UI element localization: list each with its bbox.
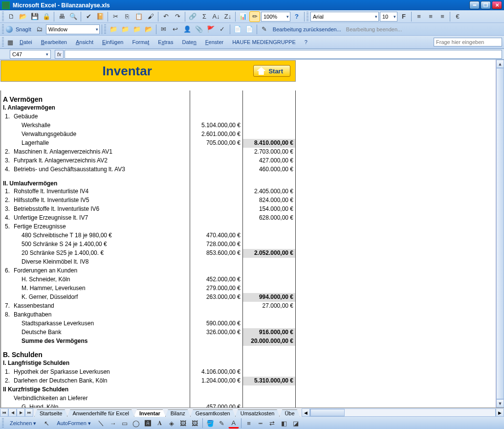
menu-datei[interactable]: Datei [16, 38, 36, 46]
drawing-icon[interactable]: ✏ [249, 11, 260, 22]
wordart-icon[interactable]: 𝐀 [154, 418, 165, 429]
open-icon[interactable]: 📂 [18, 11, 28, 22]
toolbar-grip[interactable] [307, 12, 308, 22]
doc1-icon[interactable]: 📄 [232, 24, 243, 35]
toolbar-grip[interactable] [104, 24, 106, 34]
currency-icon[interactable]: € [452, 11, 463, 22]
font-dropdown[interactable]: Arial [310, 12, 379, 22]
oval-icon[interactable]: ◯ [131, 418, 142, 429]
flag-icon[interactable]: 🚩 [205, 24, 216, 35]
font-color-icon[interactable]: A [228, 418, 239, 429]
line-color-icon[interactable]: ✎ [217, 418, 227, 429]
menu-einfuegen[interactable]: Einfügen [98, 38, 127, 46]
zoom-dropdown[interactable]: 100% [261, 12, 290, 22]
menu-haufe[interactable]: HAUFE MEDIENGRUPPE [228, 38, 300, 46]
scroll-down-icon[interactable]: ▼ [496, 399, 504, 407]
autoshapes-menu[interactable]: AutoFormen ▾ [53, 419, 95, 428]
toolbar-grip[interactable] [2, 12, 4, 22]
tab-nav-prev[interactable]: ◀ [8, 408, 17, 417]
scroll-right-icon[interactable]: ▶ [496, 408, 504, 417]
textbox-icon[interactable]: 🅰 [143, 418, 153, 429]
font-size-dropdown[interactable]: 10 [380, 12, 397, 22]
dash-style-icon[interactable]: ┅ [255, 418, 266, 429]
picture-icon[interactable]: 🖼 [190, 418, 200, 429]
toolbar-grip[interactable] [2, 418, 4, 428]
paste-icon[interactable]: 📋 [133, 11, 144, 22]
tab-nav-first[interactable]: ⏮ [0, 408, 8, 417]
horizontal-scrollbar[interactable]: ◀ ▶ [302, 408, 504, 417]
menu-daten[interactable]: Daten [178, 38, 200, 46]
menu-help[interactable]: ? [301, 38, 311, 46]
attach-icon[interactable]: 📎 [194, 24, 204, 35]
reply-icon[interactable]: ↩ [170, 24, 181, 35]
cut-icon[interactable]: ✂ [110, 11, 121, 22]
save-icon[interactable]: 💾 [29, 11, 40, 22]
rectangle-icon[interactable]: ▭ [119, 418, 130, 429]
undo-icon[interactable]: ↶ [160, 11, 171, 22]
help-search-input[interactable] [434, 38, 502, 46]
scroll-up-icon[interactable]: ▲ [496, 60, 504, 68]
close-button[interactable]: ✕ [492, 1, 502, 9]
fx-button[interactable]: fx [55, 50, 64, 59]
name-box[interactable]: C47▾ [10, 50, 51, 59]
tab-inventar[interactable]: Inventar [134, 409, 166, 417]
tab-uebersicht[interactable]: Übe [279, 409, 300, 417]
formula-input[interactable] [65, 50, 502, 59]
maximize-button[interactable]: ❐ [481, 1, 491, 9]
bold-button[interactable]: F [398, 11, 409, 22]
tab-bilanz[interactable]: Bilanz [165, 409, 191, 417]
new-icon[interactable]: 🗋 [6, 11, 17, 22]
tab-nav-last[interactable]: ⏭ [25, 408, 33, 417]
hyperlink-icon[interactable]: 🔗 [187, 11, 198, 22]
folder1-icon[interactable]: 📁 [108, 24, 119, 35]
diagram-icon[interactable]: ◈ [166, 418, 177, 429]
toolbar-grip[interactable] [2, 24, 4, 34]
tab-startseite[interactable]: Startseite [34, 409, 67, 417]
copy-icon[interactable]: ⎘ [122, 11, 132, 22]
minimize-button[interactable]: ━ [469, 1, 480, 9]
workbook-icon[interactable]: ▦ [6, 37, 15, 47]
scroll-thumb[interactable] [496, 68, 504, 399]
align-left-icon[interactable]: ≡ [414, 11, 424, 22]
snagit-profile-dropdown[interactable]: Window [46, 24, 100, 34]
clipart-icon[interactable]: 🖼 [178, 418, 189, 429]
align-center-icon[interactable]: ≡ [425, 11, 436, 22]
menu-format[interactable]: Format [128, 38, 153, 46]
sort-desc-icon[interactable]: Z↓ [222, 11, 233, 22]
format-painter-icon[interactable]: 🖌 [145, 11, 156, 22]
track-icon[interactable]: ✎ [259, 24, 270, 35]
doc2-icon[interactable]: 📄 [244, 24, 255, 35]
spelling-icon[interactable]: ✔ [83, 11, 94, 22]
draw-menu[interactable]: Zeichnen ▾ [6, 419, 40, 428]
menu-bearbeiten[interactable]: Bearbeiten [37, 38, 71, 46]
chart-wizard-icon[interactable]: 📊 [238, 11, 248, 22]
scroll-left-icon[interactable]: ◀ [302, 408, 310, 417]
review-send-back[interactable]: Bearbeitung zurücksenden... [273, 26, 341, 32]
tab-umsatzkosten[interactable]: Umsatzkosten [235, 409, 280, 417]
worksheet[interactable]: Inventar Start A Vermögen I. Anlagevermö… [0, 60, 496, 407]
hscroll-thumb[interactable] [310, 409, 345, 416]
mail-icon[interactable]: ✉ [158, 24, 169, 35]
tab-anwenderhilfe[interactable]: Anwenderhilfe für Excel [67, 409, 134, 417]
snagit-settings-icon[interactable]: 🗂 [34, 24, 45, 35]
tab-gesamtkosten[interactable]: Gesamtkosten [190, 409, 236, 417]
tab-nav-next[interactable]: ▶ [17, 408, 25, 417]
redo-icon[interactable]: ↷ [172, 11, 183, 22]
toolbar-grip[interactable] [2, 37, 4, 47]
start-button[interactable]: Start [253, 65, 290, 77]
sort-asc-icon[interactable]: A↓ [211, 11, 221, 22]
arrow-icon[interactable]: → [108, 418, 118, 429]
folder3-icon[interactable]: 📁 [131, 24, 142, 35]
permission-icon[interactable]: 🔒 [41, 11, 52, 22]
fill-color-icon[interactable]: 🪣 [205, 418, 216, 429]
3d-icon[interactable]: ◪ [290, 418, 301, 429]
select-objects-icon[interactable]: ↖ [41, 418, 52, 429]
align-right-icon[interactable]: ≡ [437, 11, 448, 22]
menu-extras[interactable]: Extras [154, 38, 177, 46]
recipient-icon[interactable]: 👤 [182, 24, 193, 35]
menu-fenster[interactable]: Fenster [201, 38, 227, 46]
print-preview-icon[interactable]: 🔍 [68, 11, 79, 22]
folder2-icon[interactable]: 📁 [120, 24, 131, 35]
print-icon[interactable]: 🖶 [56, 11, 67, 22]
line-icon[interactable]: ＼ [96, 418, 107, 429]
